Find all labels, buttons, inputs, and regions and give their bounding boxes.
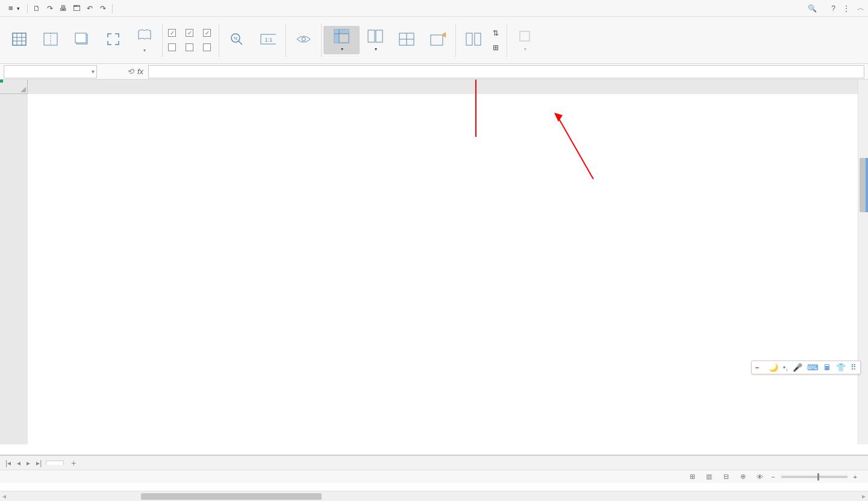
qat-preview-icon[interactable]: 🗔 — [70, 2, 83, 14]
ratio-icon: 1:1 — [260, 31, 276, 47]
sheet-nav-next[interactable]: ▸ — [25, 459, 32, 467]
svg-rect-32 — [520, 31, 529, 41]
check-print-grid[interactable] — [186, 41, 196, 54]
eye-mode-icon[interactable]: 👁 — [754, 472, 765, 482]
ime-toolbar[interactable]: 🌙 •, 🎤 ⌨ 🖩 👕 ⠿ — [751, 361, 861, 374]
eye-protect-button[interactable] — [288, 31, 319, 49]
divider — [27, 4, 28, 13]
new-window-button[interactable]: ✱ — [422, 31, 454, 49]
check-edit-bar[interactable] — [168, 27, 178, 40]
chevron-down-icon: ▾ — [375, 46, 377, 52]
svg-text:%: % — [234, 36, 237, 40]
more-icon[interactable]: ⋮ — [843, 4, 850, 13]
vertical-scrollbar[interactable] — [858, 80, 868, 444]
split-icon — [399, 31, 414, 47]
separator — [219, 24, 219, 57]
view-pagebreak-button[interactable] — [35, 31, 66, 49]
ime-skin-icon[interactable]: 👕 — [836, 363, 846, 372]
svg-rect-30 — [466, 33, 472, 45]
ime-mic-icon[interactable]: 🎤 — [793, 363, 802, 372]
fullscreen-icon — [105, 31, 121, 47]
ime-grid-icon[interactable]: ⠿ — [851, 363, 857, 372]
arrange-windows-button[interactable]: ▾ — [360, 28, 391, 52]
check-show-rowcol[interactable] — [203, 27, 213, 40]
reset-position-button: ⊞ — [493, 41, 501, 54]
help-icon[interactable]: ? — [831, 4, 835, 13]
view-custom-button[interactable] — [66, 31, 98, 49]
zoom-ratio-button[interactable]: % — [221, 31, 252, 49]
sync-scroll-button: ⇅ — [493, 27, 501, 40]
qat-redo-icon[interactable]: ↷ — [96, 2, 110, 14]
hamburger-icon: ≡ — [8, 4, 13, 13]
reload-icon[interactable]: ⟲ — [127, 67, 134, 76]
qat-undo-icon[interactable]: ↶ — [83, 2, 96, 14]
separator — [286, 24, 286, 57]
sheet-nav-prev[interactable]: ◂ — [15, 459, 22, 467]
qat-new-icon[interactable]: 🗋 — [30, 2, 43, 14]
checkbox-icon — [203, 43, 211, 51]
view-normal-button[interactable] — [4, 31, 35, 49]
check-task-pane[interactable] — [168, 41, 178, 54]
svg-point-14 — [302, 37, 305, 41]
sheet-nav-last[interactable]: ▸| — [34, 459, 43, 467]
check-print-rowcol[interactable] — [203, 41, 213, 54]
svg-line-17 — [308, 33, 309, 34]
search-icon: 🔍 — [808, 4, 817, 13]
zoom-icon: % — [229, 31, 245, 47]
add-sheet-button[interactable]: + — [66, 458, 81, 468]
chevron-down-icon: ▾ — [341, 46, 343, 52]
checkbox-icon — [186, 29, 193, 37]
chevron-down-icon: ▾ — [17, 5, 20, 11]
view-normal-icon[interactable]: ⊞ — [687, 472, 698, 482]
compare-icon — [466, 31, 481, 47]
reading-mode-icon[interactable]: ⊕ — [737, 472, 748, 482]
macro-button: ▾ — [509, 28, 540, 52]
select-all-corner[interactable] — [0, 80, 28, 94]
divider — [112, 4, 113, 13]
collapse-ribbon-icon[interactable]: ︿ — [857, 3, 864, 13]
sheet-tab-active[interactable] — [46, 461, 64, 465]
check-show-grid[interactable] — [186, 27, 196, 40]
ime-keyboard-icon[interactable]: ⌨ — [807, 363, 819, 372]
chevron-down-icon: ▾ — [524, 46, 526, 52]
name-box[interactable]: ▾ — [4, 65, 97, 78]
zoom-in-icon[interactable]: + — [854, 473, 857, 481]
split-window-button[interactable] — [391, 31, 422, 49]
svg-rect-24 — [376, 30, 382, 42]
svg-rect-23 — [368, 30, 375, 42]
svg-text:1:1: 1:1 — [265, 37, 273, 43]
view-pagelayout-icon[interactable]: ▥ — [704, 472, 714, 482]
freeze-panes-button[interactable]: ▾ — [323, 26, 360, 54]
ime-pad-icon[interactable]: 🖩 — [823, 363, 831, 372]
svg-rect-0 — [13, 33, 26, 45]
view-fullscreen-button[interactable] — [98, 31, 129, 49]
svg-rect-8 — [75, 33, 86, 43]
zoom-out-icon[interactable]: − — [771, 473, 775, 481]
svg-rect-31 — [475, 33, 481, 45]
ime-moon-icon[interactable]: 🌙 — [769, 363, 778, 372]
formula-input[interactable] — [148, 65, 864, 78]
sheet-nav-first[interactable]: |◂ — [4, 459, 13, 467]
chevron-down-icon: ▾ — [143, 48, 146, 53]
view-reading-button[interactable]: ▾ — [129, 27, 160, 53]
zoom-100-button[interactable]: 1:1 — [252, 31, 284, 49]
qat-open-icon[interactable]: ↷ — [43, 2, 57, 14]
zoom-slider[interactable] — [781, 476, 848, 478]
qat-save-icon[interactable]: 🖶 — [57, 2, 70, 14]
checkbox-icon — [186, 43, 193, 51]
ime-punct-icon[interactable]: •, — [783, 363, 788, 372]
fx-icon[interactable]: fx — [137, 67, 143, 76]
app-menu-button[interactable]: ≡ ▾ — [4, 2, 25, 14]
side-by-side-button[interactable] — [458, 31, 489, 49]
grid-icon — [11, 31, 27, 47]
ime-badge — [755, 367, 759, 368]
checkbox-icon — [168, 29, 176, 37]
svg-rect-28 — [431, 35, 443, 45]
separator — [455, 24, 456, 57]
svg-line-15 — [298, 33, 299, 34]
checkbox-icon — [203, 29, 211, 37]
svg-text:✱: ✱ — [442, 33, 446, 39]
view-pagebreak-icon[interactable]: ⊟ — [720, 472, 731, 482]
sync-icon: ⇅ — [493, 29, 499, 37]
checkbox-icon — [168, 43, 176, 51]
